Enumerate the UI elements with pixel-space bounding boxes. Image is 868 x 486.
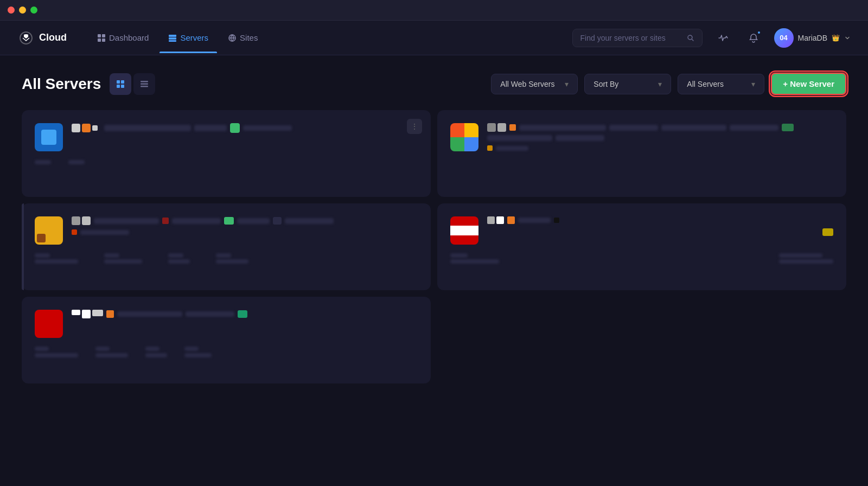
server-flag [35,310,63,338]
server-tags [104,123,292,133]
maximize-button[interactable] [30,7,37,14]
server-region [172,218,221,224]
svg-rect-2 [98,39,101,42]
stat-label [450,253,468,258]
card-footer [35,253,418,264]
server-flag [35,216,63,245]
server-flag [450,216,478,245]
chevron-down-icon: ▾ [658,80,662,88]
server-sub-info [80,230,129,235]
nav-sites[interactable]: Sites [219,29,266,47]
server-name-row [72,123,418,133]
svg-rect-12 [121,85,124,88]
svg-rect-5 [169,37,176,40]
stat-bar [216,259,248,264]
stat-label [35,160,51,164]
os-icon-white [496,216,504,224]
stat-bar [35,259,78,264]
svg-rect-4 [169,35,176,37]
os-icon-sm [487,145,493,151]
stat-bar [104,259,142,264]
stat-label [35,347,49,351]
server-card[interactable] [437,110,846,197]
user-name: MariaDB [798,34,827,42]
stat-bar [779,259,833,264]
page-header: All Servers [22,73,846,95]
card-footer [450,253,833,264]
server-region [186,311,234,317]
server-name-text [117,311,182,317]
grid-icon [116,80,125,88]
server-tags [487,123,833,141]
status-badge [224,217,234,225]
minimize-button[interactable] [19,7,26,14]
activity-button[interactable] [713,28,733,48]
os-icon-sm [72,229,77,235]
server-extra-tag [273,217,282,225]
os-icon [82,124,91,132]
svg-rect-10 [121,80,124,84]
svg-rect-6 [169,40,176,42]
type-filter-dropdown[interactable]: All Web Servers ▾ [491,74,578,94]
server-sub-tags [72,229,418,235]
empty-grid-cell [437,297,846,383]
server-card[interactable] [22,297,431,383]
stat-bar [95,353,128,357]
card-stats [35,160,418,171]
os-icons [72,310,103,318]
close-button[interactable] [8,7,15,14]
servers-icon [168,34,177,42]
user-menu[interactable]: 04 MariaDB 👑 [774,28,851,48]
card-header [450,123,833,151]
server-sub-tags [487,145,833,151]
os-icon-accent [162,218,169,224]
grid-view-button[interactable] [110,73,131,95]
stat-label [145,347,159,351]
server-info [72,216,418,235]
nav-servers[interactable]: Servers [159,29,217,47]
sort-label: Sort By [593,80,618,88]
footer-stat [216,253,248,264]
header-controls: All Web Servers ▾ Sort By ▾ All Servers … [491,73,846,95]
card-accent-bar [22,203,24,290]
status-badge [238,310,247,318]
notifications-button[interactable] [744,28,763,48]
new-server-button[interactable]: + New Server [771,73,846,95]
server-card[interactable] [22,203,431,290]
stat-item [68,160,85,167]
footer-spacer [516,253,762,264]
nav-dashboard-label: Dashboard [109,33,149,42]
os-icon-gray [92,310,103,316]
os-icon [487,123,496,132]
footer-stat [450,253,499,264]
os-icon-white2 [82,310,91,318]
nav-servers-label: Servers [180,33,208,42]
page-title-row: All Servers [22,73,155,95]
search-box[interactable]: Find your servers or sites [572,29,703,47]
footer-stat [184,347,212,357]
stat-label [216,253,231,258]
stat-label [68,160,85,164]
list-view-button[interactable] [133,73,155,95]
stat-item [35,160,51,167]
os-icons [487,216,504,224]
server-card[interactable] [437,203,846,290]
nav-logo[interactable]: Cloud [17,29,67,47]
stat-bar [450,259,499,264]
sort-dropdown[interactable]: Sort By ▾ [584,74,671,94]
activity-icon [718,33,728,43]
server-name-text [94,218,159,224]
search-placeholder: Find your servers or sites [580,34,666,42]
os-icon-sm [92,125,98,131]
server-info [487,123,833,151]
flag-detail [37,234,46,242]
nav-dashboard[interactable]: Dashboard [88,29,157,47]
svg-rect-3 [102,39,105,42]
card-menu-button[interactable]: ⋮ [407,119,422,134]
svg-rect-14 [141,83,148,85]
server-card[interactable]: ⋮ [22,110,431,197]
scope-dropdown[interactable]: All Servers ▾ [678,74,764,94]
server-region [661,125,726,131]
stat-label [779,253,822,258]
stat-bar [145,353,167,357]
